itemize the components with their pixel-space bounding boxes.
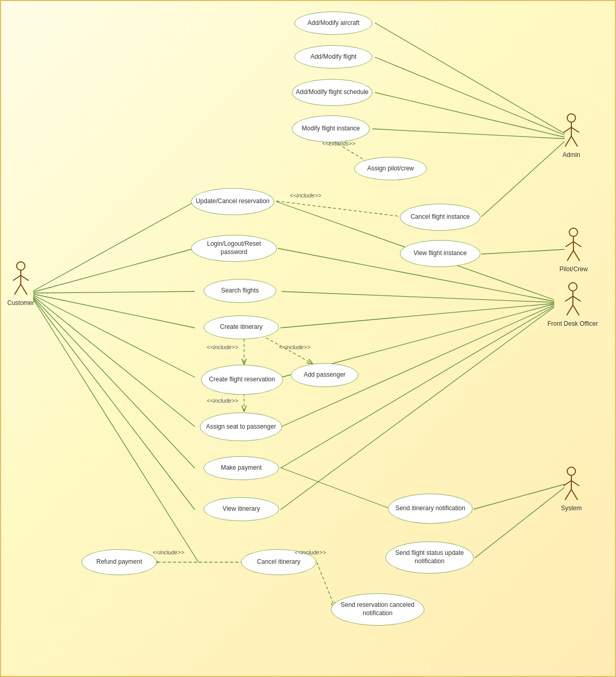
pilotcrew-figure	[563, 227, 584, 263]
svg-line-32	[280, 468, 392, 509]
svg-line-55	[567, 305, 573, 315]
frontdesk-figure	[563, 282, 583, 318]
actor-admin: Admin	[561, 113, 582, 158]
svg-line-49	[567, 250, 573, 261]
svg-line-42	[571, 127, 579, 132]
uc-view-flight-instance[interactable]: View flight instance	[400, 240, 480, 267]
uc-send-reservation-canceled[interactable]: Send reservation canceled notification	[331, 593, 424, 626]
svg-line-48	[573, 242, 581, 247]
uc-send-flight-status-notification[interactable]: Send flight status update notification	[385, 541, 474, 574]
uc-create-itinerary[interactable]: Create itinerary	[204, 315, 279, 339]
diagram-container: Add/Modify aircraft Add/Modify flight Ad…	[0, 0, 616, 677]
svg-point-39	[567, 114, 575, 122]
svg-line-36	[21, 275, 29, 281]
uc-add-modify-flight-schedule[interactable]: Add/Modify flight schedule	[292, 79, 372, 106]
svg-line-29	[317, 562, 335, 608]
svg-line-4	[481, 141, 565, 217]
uc-update-cancel-reservation[interactable]: Update/Cancel reservation	[191, 188, 274, 215]
include-label-6: <<include>>	[294, 549, 326, 555]
svg-line-38	[21, 284, 27, 295]
svg-line-15	[280, 307, 554, 510]
svg-line-44	[571, 136, 578, 147]
uc-assign-pilot-crew[interactable]: Assign pilot/crew	[354, 157, 427, 180]
svg-line-11	[280, 303, 554, 328]
svg-line-30	[474, 484, 565, 509]
svg-line-54	[573, 296, 581, 301]
actor-system: System	[561, 466, 582, 512]
include-label-2: <<include>>	[207, 344, 238, 350]
svg-line-7	[276, 201, 403, 217]
svg-point-51	[569, 283, 577, 291]
uc-cancel-flight-instance[interactable]: Cancel flight instance	[400, 204, 480, 231]
uc-modify-flight-instance[interactable]: Modify flight instance	[292, 115, 370, 142]
system-label: System	[561, 505, 582, 512]
svg-line-19	[33, 294, 195, 328]
svg-line-56	[573, 305, 579, 315]
uc-send-itinerary-notification[interactable]: Send itinerary notification	[388, 494, 473, 524]
svg-line-26	[266, 338, 313, 364]
uc-create-flight-reservation[interactable]: Create flight reservation	[201, 365, 283, 395]
svg-line-37	[15, 284, 21, 295]
include-label-3: <<include>>	[279, 344, 311, 350]
actor-pilotcrew: Pilot/Crew	[559, 227, 588, 273]
svg-line-59	[564, 481, 571, 486]
frontdesk-label: Front Desk Officer	[547, 320, 598, 327]
extends-label-1: <<extends>>	[322, 140, 355, 147]
svg-line-10	[282, 291, 554, 302]
svg-line-3	[372, 129, 565, 139]
svg-line-21	[33, 296, 195, 427]
svg-line-14	[280, 306, 554, 468]
svg-line-18	[33, 291, 195, 293]
svg-line-35	[13, 275, 21, 281]
uc-refund-payment[interactable]: Refund payment	[82, 549, 157, 575]
svg-line-22	[33, 297, 195, 468]
include-label-1: <<include>>	[290, 192, 322, 198]
uc-view-itinerary[interactable]: View itinerary	[204, 497, 279, 521]
system-figure	[561, 466, 582, 502]
svg-line-61	[565, 489, 571, 500]
svg-line-20	[33, 295, 195, 377]
svg-line-31	[475, 487, 565, 558]
svg-line-23	[33, 298, 195, 510]
svg-line-6	[481, 249, 565, 254]
svg-line-47	[566, 242, 573, 247]
uc-assign-seat-to-passenger[interactable]: Assign seat to passenger	[200, 413, 282, 441]
svg-point-33	[17, 262, 25, 270]
svg-point-45	[569, 228, 578, 236]
svg-line-2	[375, 92, 565, 137]
customer-label: Customer	[7, 299, 34, 307]
admin-figure	[561, 113, 582, 149]
svg-line-41	[564, 127, 571, 132]
include-label-4: <<include>>	[207, 397, 238, 404]
uc-add-modify-flight[interactable]: Add/Modify flight	[294, 45, 372, 69]
svg-line-1	[375, 57, 565, 135]
svg-line-17	[33, 248, 195, 292]
actor-customer: Customer	[7, 261, 34, 307]
svg-line-53	[565, 296, 573, 301]
actor-frontdesk: Front Desk Officer	[547, 282, 598, 327]
svg-line-62	[571, 489, 578, 500]
uc-search-flights[interactable]: Search flights	[204, 279, 276, 303]
pilotcrew-label: Pilot/Crew	[559, 266, 588, 273]
svg-line-0	[375, 23, 565, 134]
uc-add-modify-aircraft[interactable]: Add/Modify aircraft	[294, 11, 372, 35]
include-label-5: <<include>>	[153, 549, 184, 555]
svg-point-57	[567, 467, 575, 475]
uc-make-payment[interactable]: Make payment	[204, 456, 279, 480]
svg-line-16	[33, 202, 195, 291]
svg-line-60	[571, 481, 579, 486]
uc-add-passenger[interactable]: Add passenger	[291, 363, 358, 387]
svg-line-43	[565, 136, 571, 147]
svg-line-50	[573, 250, 580, 261]
svg-line-24	[33, 299, 198, 562]
customer-figure	[10, 261, 31, 297]
admin-label: Admin	[563, 151, 580, 158]
uc-login-logout-reset[interactable]: Login/Logout/Reset password	[191, 235, 277, 262]
